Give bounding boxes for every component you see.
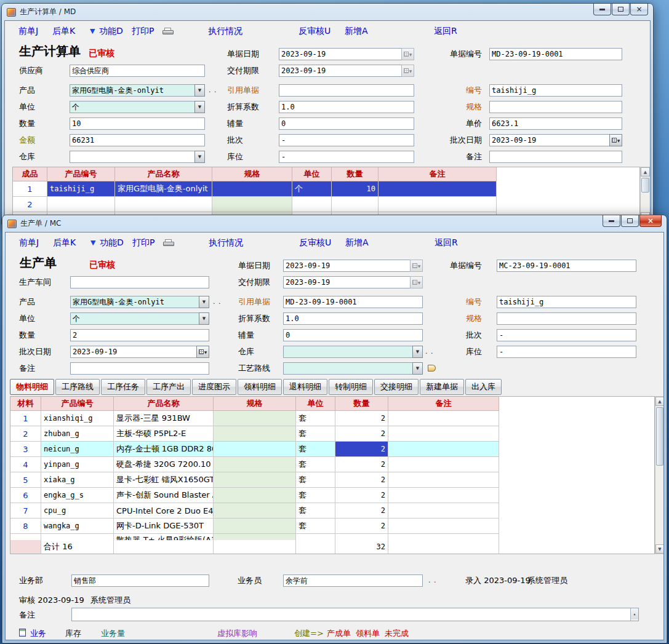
business-volume-link[interactable]: 业务量: [101, 628, 125, 639]
doc-date-picker[interactable]: 2023-09-19 ▼: [279, 48, 414, 60]
tab-process-route[interactable]: 工序路线: [55, 379, 100, 395]
mc-table-scrollbar[interactable]: ▲ ▼: [655, 396, 664, 554]
calendar-button[interactable]: ▼: [196, 346, 209, 358]
supplier-input[interactable]: 综合供应商: [70, 65, 205, 77]
md-titlebar[interactable]: 生产计算单 / MD: [2, 4, 653, 20]
doc-date-picker[interactable]: 2023-09-19 ▼: [283, 260, 423, 272]
footer-note-input[interactable]: ▲ ▼: [71, 608, 639, 621]
code-input[interactable]: taishiji_g: [489, 84, 622, 97]
table-row[interactable]: 2: [13, 197, 639, 212]
batch-date-value[interactable]: 2023-09-19: [489, 134, 609, 146]
ref-doc-input[interactable]: MD-23-09-19-0001: [283, 296, 423, 308]
table-row[interactable]: 5 xiaka_g 显卡-七彩虹 镭风X1650GT-G 套 2: [10, 472, 654, 488]
calendar-button[interactable]: ▼: [410, 276, 423, 288]
tab-picking-detail[interactable]: 领料明细: [238, 379, 282, 395]
picking-doc-link[interactable]: 领料单: [356, 628, 380, 639]
warehouse-combobox[interactable]: ▼: [70, 151, 205, 163]
tab-transfer-detail[interactable]: 转制明细: [329, 379, 373, 395]
unit-combobox[interactable]: 个 ▼: [70, 312, 209, 325]
batch-date-picker[interactable]: 2023-09-19 ▼: [70, 346, 209, 358]
aux-qty-input[interactable]: 0: [279, 117, 414, 130]
deadline-value[interactable]: 2023-09-19: [283, 276, 410, 288]
calendar-button[interactable]: ▼: [609, 134, 622, 146]
batch-input[interactable]: -: [497, 329, 636, 341]
factor-input[interactable]: 1.0: [283, 312, 423, 325]
salesman-input[interactable]: 余学前: [283, 574, 423, 587]
table-row[interactable]: 4 yinpan_g 硬盘-希捷 320G 7200.10 16 套 2: [10, 457, 654, 472]
minimize-button[interactable]: [603, 215, 620, 227]
unit-combobox[interactable]: 个 ▼: [70, 101, 205, 113]
printer-icon[interactable]: [162, 28, 174, 36]
table-row[interactable]: 6 engka_g_s 声卡-创新 Sound Blaster A 套 2: [10, 488, 654, 503]
amount-input[interactable]: 66231: [70, 134, 205, 146]
business-link[interactable]: 业务: [30, 628, 46, 639]
dropdown-button[interactable]: ▼: [194, 101, 205, 113]
scrollbar-thumb[interactable]: [641, 178, 649, 193]
scroll-down-button[interactable]: ▼: [631, 619, 638, 621]
md-table-scrollbar[interactable]: ▲ ▼: [640, 167, 651, 221]
unit-value[interactable]: 个: [70, 101, 194, 113]
qty-input[interactable]: 10: [70, 117, 205, 130]
dropdown-button[interactable]: ▼: [199, 312, 209, 325]
tab-material-detail[interactable]: 物料明细: [10, 379, 54, 395]
ref-doc-input[interactable]: [279, 84, 414, 97]
warehouse-combobox[interactable]: ▼: [283, 346, 423, 358]
close-button[interactable]: ×: [639, 215, 662, 227]
dropdown-button[interactable]: ▼: [412, 346, 423, 358]
table-row[interactable]: 1 xianshiqi_g 显示器-三星 931BW 套 2: [10, 411, 654, 426]
scroll-up-button[interactable]: ▲: [631, 608, 638, 619]
scrollbar-track[interactable]: [641, 177, 650, 212]
add-new-button[interactable]: 新增A: [345, 237, 369, 248]
table-row-partial[interactable]: 散热器-T+ 火星9彩绘版(A30: [10, 534, 654, 540]
tab-return-detail[interactable]: 退料明细: [283, 379, 327, 395]
product-picker-dots[interactable]: . .: [213, 298, 222, 306]
table-row-current[interactable]: 3 neicun_g 内存-金士顿 1GB DDR2 800 套 2: [10, 442, 654, 457]
process-route-combobox[interactable]: ▼: [283, 362, 423, 375]
tab-process-output[interactable]: 工序产出: [146, 379, 191, 395]
functions-button[interactable]: 功能D: [100, 237, 124, 248]
warehouse-picker-dots[interactable]: . .: [425, 348, 434, 356]
minimize-button[interactable]: [593, 4, 611, 15]
tab-process-task[interactable]: 工序任务: [101, 379, 145, 395]
mc-titlebar[interactable]: 生产单 / MC: [2, 215, 667, 232]
maximize-button[interactable]: [612, 4, 630, 15]
product-combobox[interactable]: 家用G型电脑-金奥-onlyit ▼: [70, 84, 205, 97]
scrollbar-thumb[interactable]: [656, 407, 663, 466]
note-mini-scrollbar[interactable]: ▲ ▼: [630, 608, 638, 621]
print-button[interactable]: 打印P: [132, 26, 154, 37]
doc-date-value[interactable]: 2023-09-19: [283, 260, 410, 272]
salesman-picker-dots[interactable]: . .: [428, 576, 437, 584]
print-button[interactable]: 打印P: [132, 237, 154, 248]
spec-input[interactable]: [489, 101, 622, 113]
calendar-button[interactable]: ▼: [401, 48, 414, 60]
finished-doc-link[interactable]: 产成单: [327, 628, 351, 639]
doc-date-value[interactable]: 2023-09-19: [279, 48, 401, 60]
dropdown-button[interactable]: ▼: [199, 296, 209, 308]
unaudit-button[interactable]: 反审核U: [298, 26, 330, 37]
qty-input[interactable]: 2: [70, 329, 209, 341]
product-value[interactable]: 家用G型电脑-金奥-onlyit: [70, 296, 199, 308]
calendar-button[interactable]: ▼: [401, 65, 414, 77]
factor-input[interactable]: 1.0: [279, 101, 414, 113]
spec-input[interactable]: [497, 312, 636, 325]
unaudit-button[interactable]: 反审核U: [299, 237, 331, 248]
dropdown-button[interactable]: ▼: [412, 362, 423, 375]
functions-button[interactable]: 功能D: [99, 26, 123, 37]
tab-in-out-stock[interactable]: 出入库: [465, 379, 502, 395]
table-row[interactable]: 1 taishiji_g 家用G型电脑-金奥-onlyit 个 10: [13, 181, 639, 197]
batch-date-picker[interactable]: 2023-09-19 ▼: [489, 134, 622, 146]
location-input[interactable]: -: [279, 151, 414, 163]
scroll-down-button[interactable]: ▼: [655, 544, 664, 554]
return-button[interactable]: 返回R: [434, 26, 457, 37]
dropdown-button[interactable]: ▼: [194, 84, 205, 97]
return-button[interactable]: 返回R: [435, 237, 458, 248]
tab-new-doc[interactable]: 新建单据: [420, 379, 464, 395]
batch-input[interactable]: -: [279, 134, 414, 146]
scrollbar-track[interactable]: [655, 406, 664, 544]
product-picker-dots[interactable]: . .: [209, 86, 217, 94]
scroll-up-button[interactable]: ▲: [655, 397, 664, 406]
aux-qty-input[interactable]: 0: [283, 329, 423, 341]
note-input[interactable]: [70, 362, 209, 375]
scroll-up-button[interactable]: ▲: [641, 167, 650, 177]
add-new-button[interactable]: 新增A: [345, 26, 368, 37]
